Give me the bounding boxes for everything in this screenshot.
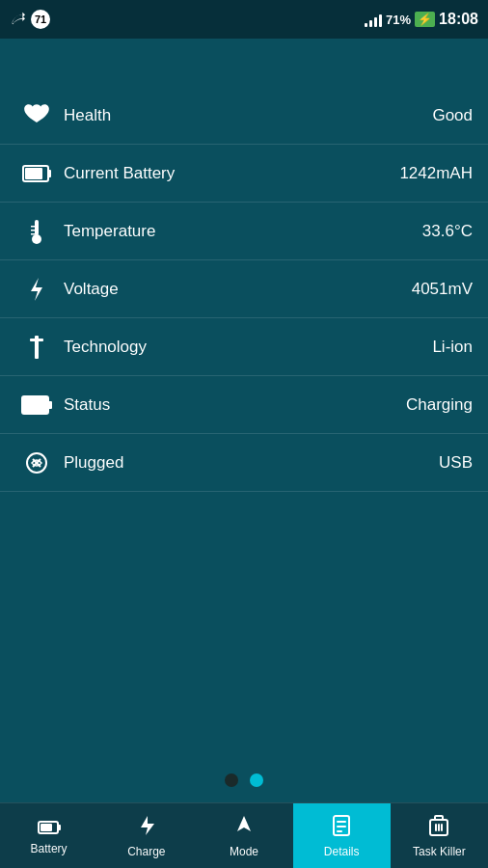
mode-tab-label: Mode [230,845,258,858]
svg-rect-13 [25,399,31,411]
plugged-value: USB [439,453,473,473]
signal-bars [365,12,382,27]
svg-rect-30 [441,824,443,831]
svg-rect-2 [48,170,51,177]
health-icon [15,102,58,129]
tab-details[interactable]: Details [293,803,391,868]
temperature-row: Temperature 33.6°C [0,203,488,260]
dot-2 [250,773,263,787]
task-killer-tab-label: Task Killer [413,845,466,858]
svg-rect-5 [31,226,36,228]
clock: 18:08 [439,11,478,28]
health-value: Good [432,106,473,125]
svg-rect-23 [337,821,346,823]
status-label: Status [58,395,406,415]
temperature-label: Temperature [58,222,422,241]
status-bar: 71 71% ⚡ 18:08 [0,0,488,39]
tab-bar: Battery Charge Mode Details [0,802,488,868]
svg-rect-3 [35,220,39,235]
temperature-value: 33.6°C [422,222,473,241]
notification-badge: 71 [31,10,50,29]
details-tab-icon [331,814,352,841]
svg-rect-12 [48,401,52,409]
battery-tab-icon [38,817,61,838]
svg-marker-21 [237,816,251,831]
battery-percent: 71% [386,13,411,27]
details-tab-label: Details [324,845,360,858]
voltage-value: 4051mV [412,280,473,299]
tab-charge[interactable]: Charge [97,803,195,868]
status-icon [15,395,58,415]
plugged-icon [15,449,58,476]
dot-1 [225,773,238,787]
svg-rect-1 [25,168,42,179]
signal-bar-1 [365,23,367,27]
svg-rect-19 [41,824,52,831]
technology-icon [15,334,58,361]
technology-label: Technology [58,338,432,357]
svg-rect-25 [337,830,342,832]
header-space [0,39,488,87]
mode-tab-icon [233,814,255,841]
charge-tab-label: Charge [127,845,165,858]
battery-charging-icon: ⚡ [415,12,435,27]
svg-rect-28 [435,824,437,831]
status-value: Charging [406,395,473,415]
voltage-row: Voltage 4051mV [0,260,488,318]
info-list: Health Good Current Battery 1242mAH [0,87,488,492]
plugged-row: Plugged USB [0,434,488,492]
svg-point-4 [32,234,41,244]
status-left: 71 [10,10,50,29]
voltage-label: Voltage [58,280,412,299]
main-content: Health Good Current Battery 1242mAH [0,39,488,802]
svg-marker-8 [31,278,42,301]
svg-rect-14 [33,399,39,411]
svg-rect-10 [30,339,43,341]
signal-bar-4 [379,14,382,27]
svg-rect-20 [58,825,61,830]
tab-task-killer[interactable]: Task Killer [391,803,488,868]
technology-value: Li-ion [432,338,473,357]
battery-icon [15,165,58,182]
technology-row: Technology Li-ion [0,318,488,376]
task-killer-tab-icon [429,814,448,841]
svg-rect-6 [31,230,36,231]
voltage-icon [15,276,58,303]
health-label: Health [58,106,432,125]
temperature-icon [15,218,58,245]
svg-rect-24 [337,826,346,827]
usb-icon [10,10,25,29]
health-row: Health Good [0,87,488,145]
signal-bar-2 [369,20,372,27]
current-battery-row: Current Battery 1242mAH [0,145,488,203]
signal-bar-3 [374,17,377,27]
tab-mode[interactable]: Mode [195,803,292,868]
empty-area [0,492,488,758]
charge-tab-icon [137,814,156,841]
status-right: 71% ⚡ 18:08 [365,11,478,28]
current-battery-label: Current Battery [58,164,399,183]
pagination-dots [0,758,488,802]
plugged-label: Plugged [58,453,439,473]
battery-tab-label: Battery [31,842,68,855]
current-battery-value: 1242mAH [399,164,473,183]
svg-rect-7 [31,233,36,235]
tab-battery[interactable]: Battery [0,803,97,868]
svg-rect-27 [435,816,443,820]
svg-rect-29 [438,824,440,831]
status-row: Status Charging [0,376,488,434]
